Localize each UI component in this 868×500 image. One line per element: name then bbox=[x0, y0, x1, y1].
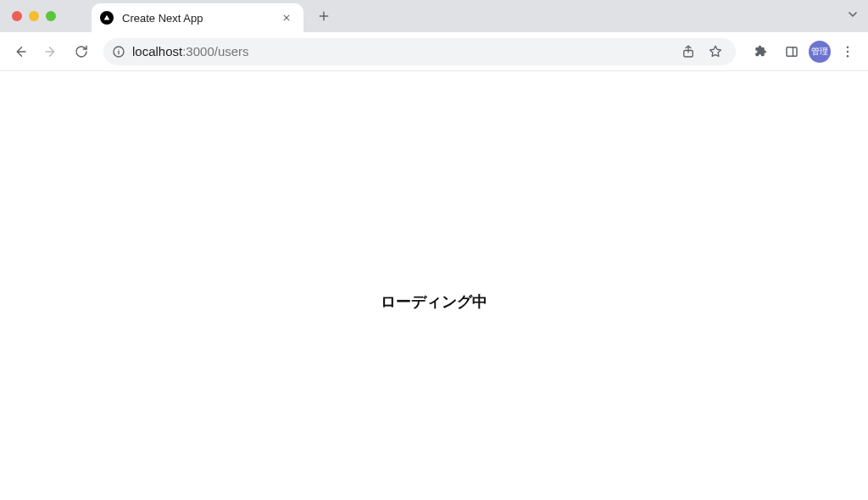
forward-button[interactable] bbox=[37, 38, 64, 65]
window-controls bbox=[0, 0, 68, 32]
share-button[interactable] bbox=[678, 42, 698, 62]
address-bar[interactable]: localhost:3000/users bbox=[103, 38, 736, 65]
back-button[interactable] bbox=[7, 38, 34, 65]
bookmark-button[interactable] bbox=[705, 42, 726, 62]
url-host: localhost bbox=[132, 44, 182, 58]
kebab-menu-button[interactable] bbox=[834, 38, 861, 65]
window-minimize-button[interactable] bbox=[29, 11, 39, 21]
tab-title: Create Next App bbox=[122, 12, 280, 25]
new-tab-button[interactable] bbox=[312, 4, 336, 28]
browser-toolbar: localhost:3000/users 管理 bbox=[0, 32, 868, 71]
svg-point-1 bbox=[118, 48, 119, 49]
window-close-button[interactable] bbox=[12, 11, 22, 21]
tab-close-button[interactable] bbox=[280, 11, 293, 25]
page-viewport: ローディング中 bbox=[0, 71, 868, 500]
side-panel-button[interactable] bbox=[778, 38, 805, 65]
svg-rect-3 bbox=[787, 47, 797, 56]
tab-strip: Create Next App bbox=[0, 0, 868, 32]
svg-point-6 bbox=[847, 55, 849, 57]
url-port-path: :3000/users bbox=[182, 44, 248, 58]
tab-overflow-chevron-icon[interactable] bbox=[846, 8, 860, 25]
url-text: localhost:3000/users bbox=[132, 44, 249, 58]
tab-favicon-icon bbox=[100, 11, 114, 25]
window-fullscreen-button[interactable] bbox=[46, 11, 56, 21]
browser-tab[interactable]: Create Next App bbox=[92, 3, 303, 32]
loading-text: ローディング中 bbox=[381, 292, 487, 312]
profile-avatar[interactable]: 管理 bbox=[809, 41, 831, 63]
avatar-label: 管理 bbox=[811, 46, 828, 58]
toolbar-right: 管理 bbox=[748, 38, 861, 65]
svg-point-4 bbox=[847, 46, 849, 47]
site-info-icon[interactable] bbox=[112, 45, 125, 58]
reload-button[interactable] bbox=[68, 38, 95, 65]
extensions-button[interactable] bbox=[748, 38, 775, 65]
svg-point-5 bbox=[847, 50, 849, 52]
